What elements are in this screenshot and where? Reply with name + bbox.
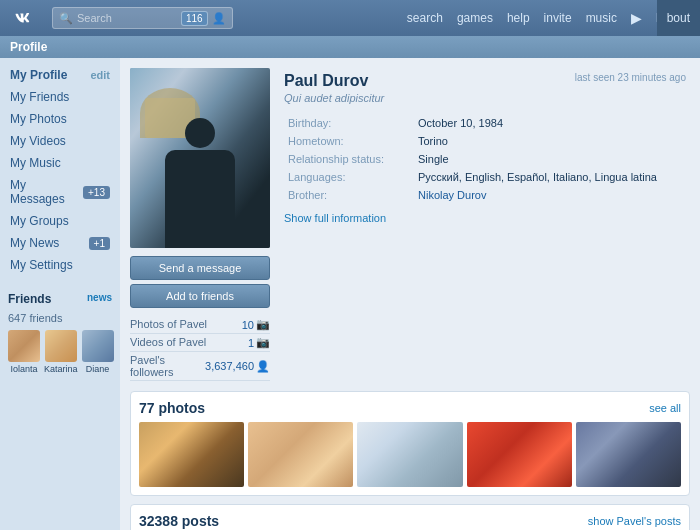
main-layout: My Profile edit My Friends My Photos My … bbox=[0, 58, 700, 530]
profile-photo-column: Send a message Add to friends Photos of … bbox=[130, 68, 270, 381]
nav-music[interactable]: music bbox=[586, 11, 617, 25]
profile-bar: Profile bbox=[0, 36, 700, 58]
show-full-info-link[interactable]: Show full information bbox=[284, 212, 686, 224]
camera-icon: 📷 bbox=[256, 318, 270, 331]
top-navigation: 🔍 116 👤 search games help invite music ▶… bbox=[0, 0, 700, 36]
friends-count: 647 friends bbox=[8, 312, 112, 324]
birthday-key: Birthday: bbox=[284, 114, 414, 132]
photo-strip bbox=[139, 422, 681, 487]
followers-stat[interactable]: Pavel's followers 3,637,460 👤 bbox=[130, 352, 270, 381]
photos-stat[interactable]: Photos of Pavel 10 📷 bbox=[130, 316, 270, 334]
followers-stat-value: 3,637,460 👤 bbox=[205, 354, 270, 378]
nav-help[interactable]: help bbox=[507, 11, 530, 25]
photos-title: 77 photos bbox=[139, 400, 205, 416]
friends-avatars: Iolanta Katarina Diane bbox=[8, 330, 112, 374]
hometown-val: Torino bbox=[414, 132, 686, 150]
sidebar-item-music[interactable]: My Music bbox=[0, 152, 120, 174]
photo-thumb-2[interactable] bbox=[248, 422, 353, 487]
relationship-key: Relationship status: bbox=[284, 150, 414, 168]
notification-badge: 116 bbox=[181, 11, 208, 26]
sidebar-item-friends[interactable]: My Friends bbox=[0, 86, 120, 108]
posts-header: 32388 posts show Pavel's posts bbox=[139, 513, 681, 529]
profile-tagline: Qui audet adipiscitur bbox=[284, 92, 384, 104]
last-seen: last seen 23 minutes ago bbox=[575, 72, 686, 83]
relationship-val: Single bbox=[414, 150, 686, 168]
brother-key: Brother: bbox=[284, 186, 414, 204]
profile-name: Paul Durov bbox=[284, 72, 384, 90]
videos-stat[interactable]: Videos of Pavel 1 📷 bbox=[130, 334, 270, 352]
hometown-row: Hometown: Torino bbox=[284, 132, 686, 150]
brother-val[interactable]: Nikolay Durov bbox=[414, 186, 686, 204]
profile-top: Send a message Add to friends Photos of … bbox=[120, 58, 700, 391]
photo-thumb-1[interactable] bbox=[139, 422, 244, 487]
send-message-button[interactable]: Send a message bbox=[130, 256, 270, 280]
photos-stat-value: 10 📷 bbox=[242, 318, 270, 331]
sidebar-item-messages[interactable]: My Messages +13 bbox=[0, 174, 120, 210]
about-tab[interactable]: bout bbox=[657, 0, 700, 36]
sidebar-item-profile[interactable]: My Profile edit bbox=[0, 64, 120, 86]
sidebar-item-photos[interactable]: My Photos bbox=[0, 108, 120, 130]
news-badge: +1 bbox=[89, 237, 110, 250]
friend-3[interactable]: Diane bbox=[82, 330, 114, 374]
search-icon: 🔍 bbox=[59, 12, 73, 25]
search-box: 🔍 116 👤 bbox=[52, 7, 233, 29]
posts-title: 32388 posts bbox=[139, 513, 219, 529]
languages-row: Languages: Русский, English, Español, It… bbox=[284, 168, 686, 186]
brother-row: Brother: Nikolay Durov bbox=[284, 186, 686, 204]
photo-thumb-3[interactable] bbox=[357, 422, 462, 487]
nav-links: search games help invite music ▶ log out bbox=[407, 10, 692, 26]
content-area: Send a message Add to friends Photos of … bbox=[120, 58, 700, 530]
followers-icon: 👤 bbox=[256, 360, 270, 373]
messages-badge: +13 bbox=[83, 186, 110, 199]
notification-icon: 👤 bbox=[212, 12, 226, 25]
nav-games[interactable]: games bbox=[457, 11, 493, 25]
photos-section: 77 photos see all bbox=[130, 391, 690, 496]
nav-search[interactable]: search bbox=[407, 11, 443, 25]
hometown-key: Hometown: bbox=[284, 132, 414, 150]
sidebar-friends-section: Friends news 647 friends Iolanta Katarin… bbox=[0, 286, 120, 380]
languages-key: Languages: bbox=[284, 168, 414, 186]
sidebar-item-settings[interactable]: My Settings bbox=[0, 254, 120, 276]
friend-1[interactable]: Iolanta bbox=[8, 330, 40, 374]
profile-info-column: Paul Durov Qui audet adipiscitur last se… bbox=[280, 68, 690, 381]
sidebar-item-groups[interactable]: My Groups bbox=[0, 210, 120, 232]
see-all-photos-link[interactable]: see all bbox=[649, 402, 681, 414]
languages-val: Русский, English, Español, Italiano, Lin… bbox=[414, 168, 686, 186]
play-icon[interactable]: ▶ bbox=[631, 10, 642, 26]
video-icon: 📷 bbox=[256, 336, 270, 349]
profile-edit-link[interactable]: edit bbox=[90, 69, 110, 81]
stats-section: Photos of Pavel 10 📷 Videos of Pavel 1 📷 bbox=[130, 316, 270, 381]
birthday-row: Birthday: October 10, 1984 bbox=[284, 114, 686, 132]
vk-logo[interactable] bbox=[8, 4, 44, 32]
news-link[interactable]: news bbox=[87, 292, 112, 306]
sidebar-item-news[interactable]: My News +1 bbox=[0, 232, 120, 254]
videos-stat-value: 1 📷 bbox=[248, 336, 270, 349]
photo-thumb-5[interactable] bbox=[576, 422, 681, 487]
profile-photo bbox=[130, 68, 270, 248]
photos-header: 77 photos see all bbox=[139, 400, 681, 416]
action-buttons: Send a message Add to friends bbox=[130, 256, 270, 308]
relationship-row: Relationship status: Single bbox=[284, 150, 686, 168]
sidebar: My Profile edit My Friends My Photos My … bbox=[0, 58, 120, 530]
posts-section: 32388 posts show Pavel's posts Pavel Dur… bbox=[130, 504, 690, 530]
search-input[interactable] bbox=[77, 12, 177, 24]
add-to-friends-button[interactable]: Add to friends bbox=[130, 284, 270, 308]
friends-label: Friends bbox=[8, 292, 51, 306]
show-posts-link[interactable]: show Pavel's posts bbox=[588, 515, 681, 527]
birthday-val: October 10, 1984 bbox=[414, 114, 686, 132]
nav-invite[interactable]: invite bbox=[544, 11, 572, 25]
sidebar-item-videos[interactable]: My Videos bbox=[0, 130, 120, 152]
profile-bar-label: Profile bbox=[10, 40, 47, 54]
friend-2[interactable]: Katarina bbox=[44, 330, 78, 374]
profile-info-table: Birthday: October 10, 1984 Hometown: Tor… bbox=[284, 114, 686, 204]
photo-thumb-4[interactable] bbox=[467, 422, 572, 487]
